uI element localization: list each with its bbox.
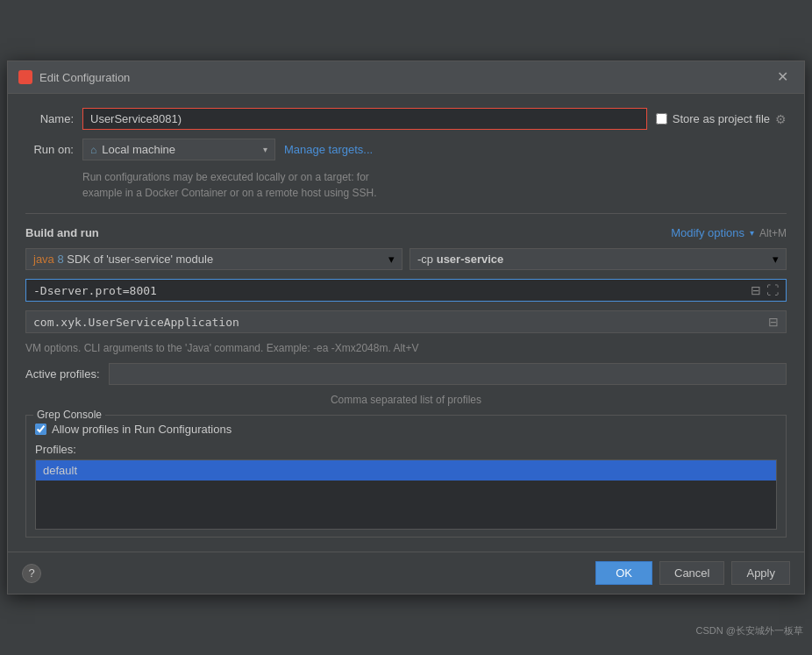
sdk-dropdown-text: java 8 SDK of 'user-service' module: [33, 253, 385, 266]
sdk-module-text: SDK of 'user-service' module: [67, 253, 213, 266]
allow-profiles-label: Allow profiles in Run Configurations: [52, 423, 231, 436]
sdk-dropdown[interactable]: java 8 SDK of 'user-service' module ▾: [25, 248, 402, 270]
name-row: Name: Store as project file ⚙: [25, 108, 787, 130]
modify-options-wrap: Modify options ▾ Alt+M: [671, 226, 787, 239]
build-run-title: Build and run: [25, 226, 99, 239]
watermark: CSDN @长安城外一板草: [696, 624, 803, 637]
modify-options-link[interactable]: Modify options: [671, 226, 744, 239]
vm-hint: VM options. CLI arguments to the 'Java' …: [25, 342, 787, 354]
edit-configuration-dialog: Edit Configuration ✕ Name: Store as proj…: [7, 61, 805, 594]
name-input-wrap: [82, 108, 647, 130]
allow-profiles-checkbox[interactable]: [35, 424, 46, 435]
active-profiles-row: Active profiles:: [25, 363, 787, 385]
name-label: Name:: [25, 112, 74, 125]
grep-checkbox-row: Allow profiles in Run Configurations: [35, 423, 777, 436]
dialog-title: Edit Configuration: [39, 71, 130, 84]
grep-console-section: Grep Console Allow profiles in Run Confi…: [25, 415, 787, 538]
run-hint-line1: Run configurations may be executed local…: [82, 171, 369, 183]
sdk-version-number: 8: [57, 253, 63, 266]
sdk-dropdown-chevron-icon: ▾: [388, 253, 395, 266]
profile-item-default[interactable]: default: [36, 460, 776, 481]
run-hint-line2: example in a Docker Container or on a re…: [82, 187, 377, 199]
build-run-header: Build and run Modify options ▾ Alt+M: [25, 226, 787, 239]
active-profiles-input[interactable]: [109, 363, 787, 385]
manage-targets-link[interactable]: Manage targets...: [284, 143, 373, 156]
profiles-list: default: [35, 459, 777, 530]
svg-rect-1: [21, 73, 24, 82]
bottom-bar: ? OK Cancel Apply: [8, 552, 804, 594]
section-divider: [25, 213, 787, 214]
grep-console-title: Grep Console: [33, 409, 105, 421]
store-project-wrap: Store as project file ⚙: [656, 112, 787, 126]
cp-dropdown-text: -cp user-service: [417, 253, 769, 266]
main-class-icon[interactable]: ⊟: [768, 315, 779, 329]
runon-label: Run on:: [25, 143, 74, 156]
runon-dropdown-text: Local machine: [102, 143, 258, 156]
main-class-wrap: com.xyk.UserServiceApplication ⊟: [25, 310, 787, 333]
profiles-section-label: Profiles:: [35, 443, 777, 456]
sdk-java-keyword: java: [33, 253, 54, 266]
title-bar-left: Edit Configuration: [18, 70, 130, 84]
runon-chevron-icon: ▾: [263, 145, 267, 154]
bottom-left: ?: [22, 564, 41, 583]
name-input[interactable]: [90, 112, 639, 125]
ok-button[interactable]: OK: [595, 561, 652, 585]
active-profiles-hint: Comma separated list of profiles: [25, 394, 787, 406]
vm-copy-icon[interactable]: ⊟: [751, 283, 761, 297]
vm-expand-icon[interactable]: ⛶: [766, 283, 779, 297]
app-icon: [18, 70, 32, 84]
modify-options-shortcut: Alt+M: [759, 227, 787, 239]
main-class-text: com.xyk.UserServiceApplication: [33, 316, 765, 329]
vm-input-icons: ⊟ ⛶: [751, 283, 779, 297]
sdk-row: java 8 SDK of 'user-service' module ▾ -c…: [25, 248, 787, 270]
vm-input-wrap: ⊟ ⛶: [25, 279, 787, 302]
store-project-label: Store as project file: [673, 112, 770, 125]
active-profiles-label: Active profiles:: [25, 367, 100, 381]
apply-button[interactable]: Apply: [731, 561, 790, 585]
cp-flag: -cp: [417, 253, 433, 266]
modify-options-chevron-icon: ▾: [750, 228, 754, 238]
cp-dropdown-chevron-icon: ▾: [773, 253, 779, 266]
bottom-right: OK Cancel Apply: [595, 561, 790, 585]
gear-icon: ⚙: [775, 112, 787, 126]
cp-dropdown[interactable]: -cp user-service ▾: [410, 248, 787, 270]
runon-dropdown[interactable]: ⌂ Local machine ▾: [82, 139, 275, 160]
store-project-checkbox[interactable]: [656, 113, 667, 125]
close-button[interactable]: ✕: [772, 68, 794, 86]
runon-row: Run on: ⌂ Local machine ▾ Manage targets…: [25, 139, 787, 160]
run-hint: Run configurations may be executed local…: [82, 169, 787, 201]
title-bar: Edit Configuration ✕: [8, 61, 804, 94]
cancel-button[interactable]: Cancel: [659, 561, 724, 585]
help-button[interactable]: ?: [22, 564, 41, 583]
cp-service-name: user-service: [437, 253, 504, 266]
home-icon: ⌂: [90, 144, 96, 156]
vm-options-input[interactable]: [33, 284, 747, 297]
dialog-body: Name: Store as project file ⚙ Run on: ⌂ …: [8, 94, 804, 552]
